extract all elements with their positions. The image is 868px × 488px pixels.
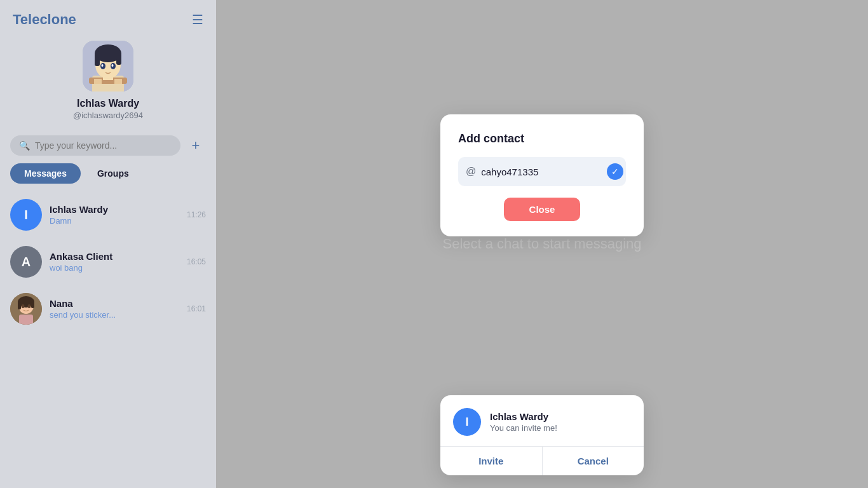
chat-avatar-nana	[10, 293, 42, 325]
chat-info-ichlas: Ichlas Wardy Damn	[50, 204, 179, 226]
profile-username: @ichlaswardy2694	[73, 111, 143, 120]
invite-button[interactable]: Invite	[440, 447, 542, 475]
chat-preview-nana: send you sticker...	[50, 310, 179, 320]
contact-username-input[interactable]	[481, 166, 602, 177]
svg-point-21	[22, 304, 25, 308]
svg-rect-18	[18, 302, 21, 309]
search-bar[interactable]: 🔍	[10, 135, 180, 156]
app-title: Teleclone	[13, 11, 76, 28]
chat-preview-ichlas: Damn	[50, 216, 179, 226]
search-section: 🔍 +	[0, 130, 216, 163]
profile-name: Ichlas Wardy	[77, 98, 139, 109]
chat-info-nana: Nana send you sticker...	[50, 298, 179, 320]
tab-section: Messages Groups	[0, 163, 216, 191]
main-content: Select a chat to start messaging Add con…	[216, 0, 868, 488]
svg-rect-4	[114, 79, 122, 84]
chat-item-ankasa[interactable]: A Ankasa Client woi bang 16:05	[0, 238, 216, 285]
chat-name-ankasa: Ankasa Client	[50, 251, 179, 262]
svg-point-22	[28, 304, 31, 308]
modal-close-button[interactable]: Close	[504, 198, 581, 221]
chat-list: I Ichlas Wardy Damn 11:26 A Ankasa Clien…	[0, 191, 216, 488]
search-input[interactable]	[35, 140, 172, 151]
svg-rect-3	[94, 79, 102, 84]
chat-name-nana: Nana	[50, 298, 179, 309]
contact-input-row: @ ✓	[458, 157, 626, 186]
sidebar-header: Teleclone ☰	[0, 0, 216, 34]
chat-preview-ankasa: woi bang	[50, 263, 179, 273]
invite-body: I Ichlas Wardy You can invite me!	[440, 395, 644, 446]
invite-user-name: Ichlas Wardy	[490, 411, 557, 422]
tab-groups[interactable]: Groups	[83, 163, 143, 184]
avatar	[83, 41, 133, 92]
profile-avatar-img	[83, 41, 133, 92]
chat-avatar-ankasa: A	[10, 246, 42, 278]
cancel-button[interactable]: Cancel	[542, 447, 644, 475]
at-sign-icon: @	[466, 166, 476, 177]
chat-time-ankasa: 16:05	[187, 257, 206, 266]
chat-item-nana[interactable]: Nana send you sticker... 16:01	[0, 285, 216, 332]
profile-section: Ichlas Wardy @ichlaswardy2694	[0, 34, 216, 130]
modal-invite: I Ichlas Wardy You can invite me! Invite…	[440, 395, 644, 475]
invite-avatar: I	[453, 408, 481, 436]
add-contact-button[interactable]: +	[186, 135, 206, 156]
sidebar: Teleclone ☰	[0, 0, 216, 488]
chat-avatar-ichlas: I	[10, 199, 42, 231]
svg-point-14	[112, 64, 114, 67]
modal-add-contact: Add contact @ ✓ Close	[440, 114, 644, 236]
invite-user-info: Ichlas Wardy You can invite me!	[490, 411, 557, 433]
invite-actions: Invite Cancel	[440, 446, 644, 475]
invite-user-sub: You can invite me!	[490, 423, 557, 433]
chat-time-ichlas: 11:26	[187, 210, 206, 219]
svg-point-13	[102, 64, 104, 67]
search-icon: 🔍	[19, 140, 30, 151]
chat-name-ichlas: Ichlas Wardy	[50, 204, 179, 215]
chat-item-ichlas[interactable]: I Ichlas Wardy Damn 11:26	[0, 191, 216, 238]
check-icon: ✓	[607, 163, 623, 180]
svg-rect-19	[31, 302, 34, 308]
menu-icon[interactable]: ☰	[192, 12, 203, 27]
svg-rect-20	[19, 315, 33, 325]
chat-time-nana: 16:01	[187, 304, 206, 313]
chat-info-ankasa: Ankasa Client woi bang	[50, 251, 179, 273]
modal-add-contact-title: Add contact	[458, 132, 626, 146]
tab-messages[interactable]: Messages	[10, 163, 81, 184]
svg-rect-10	[98, 50, 118, 60]
